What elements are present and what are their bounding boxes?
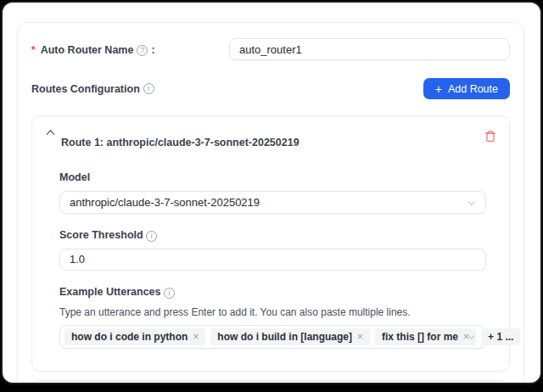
auto-router-name-row: * Auto Router Name ? : (31, 38, 510, 60)
auto-router-form-card: * Auto Router Name ? : Routes Configurat… (17, 22, 524, 384)
tag-remove-icon[interactable]: × (357, 332, 363, 342)
model-select[interactable]: anthropic/claude-3-7-sonnet-20250219 (59, 191, 486, 214)
info-circle-icon[interactable]: i (164, 288, 175, 299)
route-1-title: Route 1: anthropic/claude-3-7-sonnet-202… (61, 137, 299, 148)
utterance-tag: how do i code in python × (64, 328, 205, 345)
score-threshold-label-text: Score Threshold (59, 229, 143, 241)
overflow-tag[interactable]: + 1 ... (481, 328, 520, 345)
plus-icon: + (435, 83, 442, 95)
utterances-helper-text: Type an utterance and press Enter to add… (59, 306, 486, 318)
example-utterances-label-text: Example Utterances (59, 286, 161, 298)
app-window: * Auto Router Name ? : Routes Configurat… (1, 1, 542, 384)
route-1-panel: Route 1: anthropic/claude-3-7-sonnet-202… (31, 115, 510, 372)
routes-configuration-label-text: Routes Configuration (31, 83, 140, 95)
score-threshold-label: Score Threshold i (59, 229, 486, 242)
utterance-tag: fix this [] for me × (375, 328, 476, 345)
auto-router-name-label: * Auto Router Name ? : (31, 44, 155, 56)
chevron-down-icon (466, 198, 477, 209)
route-1-header: Route 1: anthropic/claude-3-7-sonnet-202… (46, 126, 496, 148)
trash-icon (484, 130, 496, 143)
add-route-button[interactable]: + Add Route (423, 78, 510, 99)
model-label: Model (59, 171, 90, 183)
example-utterances-label: Example Utterances i (59, 286, 486, 299)
route-2-panel: Route 2: azure_ai/gpt-4o (31, 380, 510, 385)
auto-router-name-label-wrap: * Auto Router Name ? : (31, 42, 229, 57)
auto-router-name-input[interactable] (229, 38, 510, 60)
route-1-body: Model anthropic/claude-3-7-sonnet-202502… (59, 169, 486, 349)
chevron-up-icon (46, 129, 55, 136)
model-select-value: anthropic/claude-3-7-sonnet-20250219 (70, 196, 260, 209)
route-1-delete-button[interactable] (484, 130, 496, 143)
required-asterisk: * (31, 44, 36, 56)
routes-configuration-row: Routes Configuration i + Add Route (31, 78, 510, 99)
label-colon: : (151, 44, 154, 56)
info-circle-icon[interactable]: i (143, 83, 154, 94)
utterance-tag: how do i build in [language] × (210, 328, 370, 345)
add-route-button-label: Add Route (448, 83, 498, 95)
utterance-tag-text: fix this [] for me (382, 331, 458, 343)
auto-router-name-label-text: Auto Router Name (41, 44, 134, 56)
question-circle-icon[interactable]: ? (137, 45, 148, 56)
routes-configuration-label: Routes Configuration i (31, 83, 154, 95)
info-circle-icon[interactable]: i (146, 231, 157, 242)
chevron-down-icon (466, 332, 477, 343)
model-label-text: Model (59, 171, 90, 183)
route-1-collapse-button[interactable] (46, 129, 55, 136)
utterances-tags-select[interactable]: how do i code in python × how do i build… (59, 325, 486, 349)
utterance-tag-text: how do i build in [language] (217, 331, 352, 343)
tag-remove-icon[interactable]: × (193, 332, 199, 342)
score-threshold-input[interactable] (59, 249, 486, 271)
utterance-tag-text: how do i code in python (71, 331, 188, 343)
